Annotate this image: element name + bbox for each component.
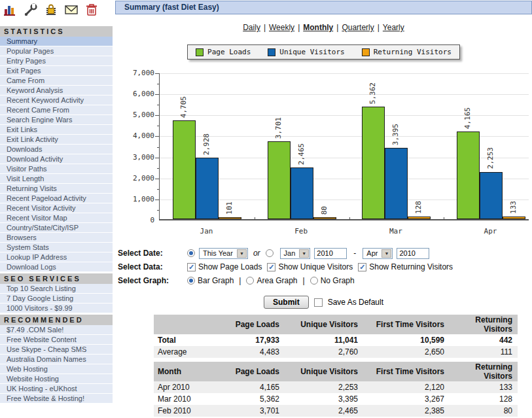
lock-log-icon[interactable] xyxy=(44,3,58,17)
to-month-value: Apr xyxy=(363,249,381,257)
sidebar-item[interactable]: Free Website Content xyxy=(0,335,113,345)
sidebar-item[interactable]: System Stats xyxy=(0,243,113,253)
legend-label: Page Loads xyxy=(207,48,251,56)
table-header-cell: Unique Visitors xyxy=(285,315,363,334)
sidebar-item[interactable]: Browsers xyxy=(0,233,113,243)
sidebar-item[interactable]: 1000 Visitors - $9.99 xyxy=(0,304,113,313)
bar-page-loads xyxy=(362,107,385,219)
radio-area-graph[interactable] xyxy=(246,277,254,285)
nav-separator: | xyxy=(336,23,338,32)
legend-label: Returning Visitors xyxy=(374,48,452,56)
sidebar-item[interactable]: Top 10 Search Listing xyxy=(0,284,113,294)
sidebar-item[interactable]: Free Website & Hosting! xyxy=(0,394,113,404)
date-range-radio[interactable] xyxy=(266,249,274,257)
to-month-select[interactable]: Apr ▼ xyxy=(363,248,393,259)
y-axis-minor-tick xyxy=(157,168,159,169)
sidebar-item[interactable]: Visit Length xyxy=(0,174,113,184)
sidebar-item[interactable]: Downloads xyxy=(0,145,113,154)
y-axis-major-tick xyxy=(155,179,159,179)
nav-link-monthly[interactable]: Monthly xyxy=(303,23,333,32)
this-year-radio[interactable] xyxy=(187,249,195,257)
bar-value-label: 3,395 xyxy=(391,124,400,145)
nav-link-daily[interactable]: Daily xyxy=(243,23,260,32)
sidebar-item[interactable]: Summary xyxy=(0,37,113,46)
sidebar-item[interactable]: Download Activity xyxy=(0,154,113,164)
sidebar-item[interactable]: Exit Pages xyxy=(0,66,113,76)
date-preset-select[interactable]: This Year ▼ xyxy=(199,248,248,259)
sidebar-item[interactable]: UK Hosting - eUKhost xyxy=(0,384,113,394)
radio-bar-graph[interactable] xyxy=(187,277,195,285)
sidebar-item[interactable]: Recent Visitor Map xyxy=(0,213,113,223)
sidebar-item[interactable]: Website Hosting xyxy=(0,374,113,384)
sidebar-item[interactable]: Search Engine Wars xyxy=(0,115,113,125)
sidebar-item[interactable]: Returning Visits xyxy=(0,184,113,194)
totals-table: Page LoadsUnique VisitorsFirst Time Visi… xyxy=(154,315,518,358)
checkbox-show-page-loads[interactable] xyxy=(187,263,196,271)
from-year-input[interactable] xyxy=(314,248,347,259)
sidebar-item[interactable]: Visitor Paths xyxy=(0,164,113,174)
wrench-icon[interactable] xyxy=(24,3,38,17)
or-text: or xyxy=(253,249,260,258)
table-header-cell: Unique Visitors xyxy=(285,362,363,381)
sidebar-item[interactable]: 7 Day Google Listing xyxy=(0,294,113,304)
from-month-value: Jan xyxy=(281,249,299,257)
bar-unique-visitors xyxy=(196,158,219,219)
sidebar-item[interactable]: Country/State/City/ISP xyxy=(0,223,113,233)
sidebar-item[interactable]: Download Logs xyxy=(0,262,113,272)
x-axis-label: Feb xyxy=(267,227,336,235)
table-cell: Feb 2010 xyxy=(154,405,211,417)
y-axis-label: 6,000 xyxy=(115,90,154,98)
table-cell: Mar 2010 xyxy=(154,393,211,405)
table-cell: 3,701 xyxy=(211,405,285,417)
sidebar-item[interactable]: $7.49 .COM Sale! xyxy=(0,325,113,335)
nav-link-yearly[interactable]: Yearly xyxy=(383,23,404,32)
x-axis-tick xyxy=(349,217,350,220)
checkbox-show-unique-visitors[interactable] xyxy=(267,263,275,271)
monthly-table: MonthPage LoadsUnique VisitorsFirst Time… xyxy=(154,362,518,418)
checkbox-show-returning-visitors[interactable] xyxy=(358,263,366,271)
table-cell: 80 xyxy=(450,405,518,417)
sidebar-item[interactable]: Exit Links xyxy=(0,125,113,135)
chart-plot: 4,7052,9281013,7012,465805,3623,3951284,… xyxy=(159,73,529,220)
sidebar-item[interactable]: Australia Domain Names xyxy=(0,355,113,364)
bar-returning-visitors xyxy=(503,217,525,219)
table-cell: 4,165 xyxy=(211,381,285,393)
bar-value-label: 2,928 xyxy=(202,133,211,155)
checkbox-label: Show Unique Visitors xyxy=(278,262,353,271)
select-data-row: Select Data: Show Page LoadsShow Unique … xyxy=(118,260,530,273)
sidebar-item[interactable]: Recent Keyword Activity xyxy=(0,96,113,105)
to-year-input[interactable] xyxy=(397,248,429,259)
checkbox-label: Show Page Loads xyxy=(198,262,262,271)
sidebar-item[interactable]: Entry Pages xyxy=(0,56,113,66)
y-axis-major-tick xyxy=(155,94,159,95)
radio-no-graph[interactable] xyxy=(310,277,318,285)
trash-icon[interactable] xyxy=(84,3,99,17)
from-month-select[interactable]: Jan ▼ xyxy=(280,248,311,259)
table-cell: 111 xyxy=(450,346,518,358)
sidebar-item[interactable]: Web Hosting xyxy=(0,364,113,374)
sidebar-item[interactable]: Recent Pageload Activity xyxy=(0,194,113,203)
bar-chart-icon[interactable] xyxy=(3,3,18,17)
legend-swatch xyxy=(196,48,204,56)
sidebar-item[interactable]: Popular Pages xyxy=(0,46,113,56)
chevron-down-icon: ▼ xyxy=(381,249,391,258)
y-axis-label: 0 xyxy=(115,216,154,224)
sidebar-item[interactable]: Exit Link Activity xyxy=(0,135,113,145)
email-icon[interactable] xyxy=(64,3,79,17)
sidebar-item[interactable]: Keyword Analysis xyxy=(0,86,113,96)
sidebar-item[interactable]: Use Skype - Cheap SMS xyxy=(0,345,113,355)
nav-link-quarterly[interactable]: Quarterly xyxy=(342,23,374,32)
sidebar-item[interactable]: Lookup IP Address xyxy=(0,253,113,262)
sidebar-item[interactable]: Recent Visitor Activity xyxy=(0,203,113,213)
bar-value-label: 2,465 xyxy=(297,143,306,165)
table-cell: 4,483 xyxy=(211,346,285,358)
y-axis-label: 3,000 xyxy=(115,153,154,162)
nav-link-weekly[interactable]: Weekly xyxy=(269,23,294,32)
table-cell: 2,253 xyxy=(285,381,363,393)
table-cell: Apr 2010 xyxy=(154,381,211,393)
table-cell: 128 xyxy=(450,393,518,405)
save-default-checkbox[interactable] xyxy=(314,298,323,307)
sidebar-item[interactable]: Came From xyxy=(0,76,113,86)
sidebar-item[interactable]: Recent Came From xyxy=(0,105,113,115)
submit-button[interactable]: Submit xyxy=(264,296,309,309)
